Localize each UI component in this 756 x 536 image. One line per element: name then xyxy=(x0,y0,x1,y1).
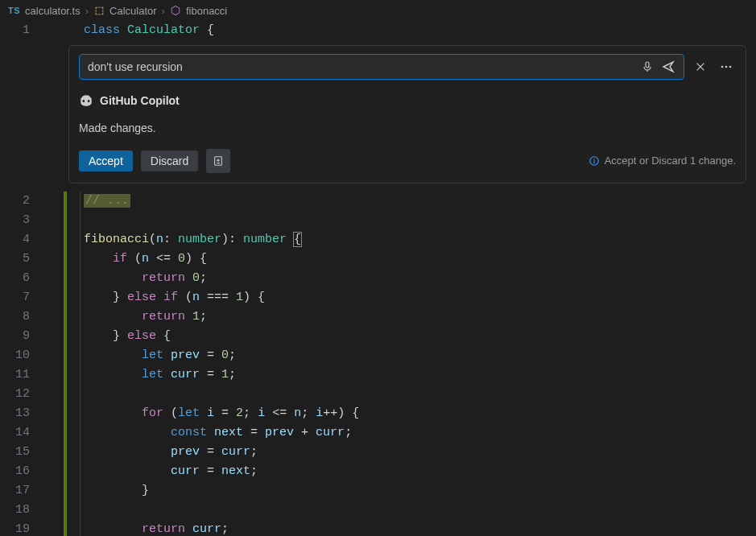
breadcrumb-symbol[interactable]: fibonacci xyxy=(186,5,227,17)
line-number: 5 xyxy=(0,249,44,269)
code-line[interactable]: 10 let prev = 0; xyxy=(0,346,756,365)
show-diff-button[interactable] xyxy=(206,149,230,173)
diff-gutter xyxy=(64,443,67,462)
diff-gutter xyxy=(64,462,67,481)
more-button[interactable] xyxy=(717,57,736,76)
line-number: 7 xyxy=(0,288,44,307)
code-line[interactable]: 17 } xyxy=(0,481,756,501)
code-content[interactable]: } else { xyxy=(81,327,171,346)
code-line[interactable]: 13 for (let i = 2; i <= n; i++) { xyxy=(0,404,756,423)
line-number: 4 xyxy=(0,230,44,249)
diff-gutter xyxy=(64,404,67,423)
line-number: 13 xyxy=(0,404,44,423)
line-number: 10 xyxy=(0,346,44,365)
editor[interactable]: 1class Calculator { GitHub Copilot xyxy=(0,21,756,536)
close-icon xyxy=(695,61,706,72)
line-number: 12 xyxy=(0,385,44,404)
diff-gutter xyxy=(64,288,67,307)
indent-guide xyxy=(80,211,81,230)
code-content[interactable]: } xyxy=(81,481,149,501)
diff-gutter xyxy=(64,269,67,288)
diff-gutter xyxy=(64,230,67,249)
code-line[interactable]: 15 prev = curr; xyxy=(0,443,756,462)
svg-point-3 xyxy=(729,66,732,68)
chevron-right-icon: › xyxy=(162,5,165,17)
diff-gutter xyxy=(64,365,67,385)
file-type-badge: TS xyxy=(8,6,20,15)
diff-gutter xyxy=(64,346,67,365)
breadcrumb-file[interactable]: calculator.ts xyxy=(25,5,81,17)
code-line[interactable]: 18 xyxy=(0,501,756,520)
line-number: 17 xyxy=(0,481,44,501)
line-number: 2 xyxy=(0,192,44,211)
diff-gutter xyxy=(64,520,67,536)
chevron-right-icon: › xyxy=(85,5,89,17)
diff-gutter xyxy=(64,249,67,269)
chat-hint: Accept or Discard 1 change. xyxy=(589,151,736,171)
code-line[interactable]: 11 let curr = 1; xyxy=(0,365,756,385)
svg-point-1 xyxy=(721,66,724,68)
code-content[interactable]: curr = next; xyxy=(81,462,258,481)
chat-status: Made changes. xyxy=(79,118,736,138)
indent-guide xyxy=(80,385,81,404)
code-content[interactable]: // ... xyxy=(81,192,130,211)
chat-input[interactable] xyxy=(79,54,684,80)
line-number: 9 xyxy=(0,327,44,346)
code-content[interactable]: prev = curr; xyxy=(81,443,258,462)
diff-gutter xyxy=(64,192,67,211)
breadcrumb: TS calculator.ts › Calculator › fibonacc… xyxy=(0,0,756,21)
code-content[interactable]: let curr = 1; xyxy=(81,365,236,385)
indent-guide xyxy=(80,501,81,520)
diff-gutter xyxy=(64,481,67,501)
code-line[interactable]: 12 xyxy=(0,385,756,404)
diff-gutter xyxy=(64,385,67,404)
close-button[interactable] xyxy=(691,57,710,76)
code-content[interactable]: return 0; xyxy=(81,269,207,288)
code-content[interactable]: return 1; xyxy=(81,307,207,327)
code-content[interactable]: return curr; xyxy=(81,520,229,536)
code-content[interactable]: const next = prev + curr; xyxy=(81,423,352,443)
diff-gutter xyxy=(64,307,67,327)
inline-chat-panel: GitHub Copilot Made changes. Accept Disc… xyxy=(68,45,746,183)
code-content[interactable]: fibonacci(n: number): number { xyxy=(81,230,301,249)
code-line[interactable]: 7 } else if (n === 1) { xyxy=(0,288,756,307)
code-line[interactable]: 16 curr = next; xyxy=(0,462,756,481)
code-line[interactable]: 2// ... xyxy=(0,192,756,211)
code-line[interactable]: 4fibonacci(n: number): number { xyxy=(0,230,756,249)
line-number: 14 xyxy=(0,423,44,443)
line-number: 8 xyxy=(0,307,44,327)
chat-provider-name: GitHub Copilot xyxy=(100,91,180,110)
line-number: 11 xyxy=(0,365,44,385)
diff-gutter xyxy=(64,211,67,230)
code-line[interactable]: 19 return curr; xyxy=(0,520,756,536)
code-content[interactable]: if (n <= 0) { xyxy=(81,249,207,269)
code-line[interactable]: 1class Calculator { xyxy=(0,21,756,40)
code-content[interactable]: class Calculator { xyxy=(81,21,214,40)
microphone-icon[interactable] xyxy=(641,60,654,79)
line-number: 3 xyxy=(0,211,44,230)
line-number: 16 xyxy=(0,462,44,481)
code-line[interactable]: 9 } else { xyxy=(0,327,756,346)
method-icon xyxy=(170,5,181,16)
diff-gutter xyxy=(64,21,67,40)
code-content[interactable]: for (let i = 2; i <= n; i++) { xyxy=(81,404,359,423)
svg-point-2 xyxy=(725,66,728,68)
line-number: 1 xyxy=(0,21,44,40)
line-number: 18 xyxy=(0,501,44,520)
line-number: 15 xyxy=(0,443,44,462)
breadcrumb-class[interactable]: Calculator xyxy=(109,5,157,17)
copilot-icon xyxy=(79,93,93,108)
code-content[interactable]: } else if (n === 1) { xyxy=(81,288,265,307)
code-line[interactable]: 14 const next = prev + curr; xyxy=(0,423,756,443)
class-icon xyxy=(93,5,105,16)
accept-button[interactable]: Accept xyxy=(79,150,133,171)
code-content[interactable]: let prev = 0; xyxy=(81,346,236,365)
code-line[interactable]: 8 return 1; xyxy=(0,307,756,327)
discard-button[interactable]: Discard xyxy=(141,150,198,171)
ellipsis-icon xyxy=(720,60,733,73)
send-icon[interactable] xyxy=(662,60,675,79)
code-line[interactable]: 6 return 0; xyxy=(0,269,756,288)
code-line[interactable]: 3 xyxy=(0,211,756,230)
diff-gutter xyxy=(64,327,67,346)
code-line[interactable]: 5 if (n <= 0) { xyxy=(0,249,756,269)
